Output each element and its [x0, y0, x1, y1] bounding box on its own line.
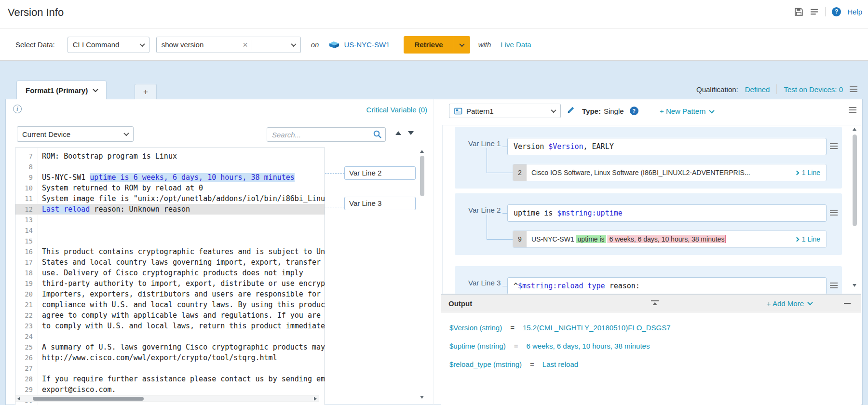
code-line[interactable]: 8: [15, 162, 325, 172]
expand-lines-link[interactable]: 1 Line: [795, 169, 826, 176]
menu-icon[interactable]: [830, 210, 838, 216]
output-var-name[interactable]: $Version (string): [449, 324, 502, 332]
code-line[interactable]: 22agree to comply with applicable laws a…: [15, 310, 325, 321]
chevron-down-icon: [93, 87, 98, 92]
find-next-button[interactable]: [408, 131, 414, 135]
code-line[interactable]: 25A summary of U.S. laws governing Cisco…: [15, 342, 325, 352]
scrollbar-thumb[interactable]: [853, 135, 857, 226]
code-line[interactable]: 17States and local country laws governin…: [15, 257, 325, 268]
code-line[interactable]: 10System returned to ROM by reload at 0: [15, 183, 325, 193]
code-line-text: [38, 236, 325, 246]
menu-icon[interactable]: [849, 107, 856, 113]
scroll-down-arrow[interactable]: [420, 396, 424, 399]
list-icon[interactable]: [810, 7, 819, 16]
code-line[interactable]: 18use. Delivery of Cisco cryptographic p…: [15, 268, 325, 278]
code-line[interactable]: 15: [15, 236, 325, 246]
matched-line-row[interactable]: 9US-NYC-SW1 uptime is 6 weeks, 6 days, 1…: [513, 230, 827, 248]
data-type-select[interactable]: CLI Command: [68, 37, 149, 53]
live-data-link[interactable]: Live Data: [501, 40, 531, 49]
code-line[interactable]: 13: [15, 215, 325, 225]
code-line-text: Importers, exporters, distributors and u…: [38, 289, 325, 299]
line-number: 13: [15, 215, 38, 225]
chevron-down-icon: [123, 131, 129, 136]
menu-icon[interactable]: [850, 86, 857, 92]
menu-icon[interactable]: [830, 143, 838, 149]
scroll-up-arrow[interactable]: [853, 128, 856, 131]
code-line[interactable]: 26http://www.cisco.com/wwl/export/crypto…: [15, 352, 325, 363]
critical-variable-link[interactable]: Critical Variable (0): [366, 106, 427, 114]
collapse-up-icon[interactable]: [651, 300, 659, 305]
output-header: Output + Add More: [441, 295, 861, 312]
pattern-vertical-scrollbar[interactable]: [851, 127, 859, 291]
output-var-name[interactable]: $reload_type (mstring): [449, 360, 522, 368]
scroll-down-arrow[interactable]: [853, 284, 856, 287]
scroll-up-arrow[interactable]: [420, 150, 424, 153]
output-var-name[interactable]: $uptime (mstring): [449, 342, 506, 350]
find-previous-button[interactable]: [395, 131, 401, 135]
device-link[interactable]: US-NYC-SW1: [328, 40, 390, 49]
pattern-input[interactable]: ^$mstring:reload_type reason:: [507, 277, 827, 294]
add-more-link[interactable]: + Add More: [767, 299, 812, 308]
code-line-text: US-NYC-SW1 uptime is 6 weeks, 6 days, 10…: [38, 172, 325, 183]
info-icon[interactable]: [13, 105, 22, 113]
line-number: 15: [15, 236, 38, 246]
retrieve-dropdown-button[interactable]: [454, 36, 470, 54]
qualification-label: Qualification:: [696, 85, 738, 94]
expand-lines-link[interactable]: 1 Line: [795, 235, 826, 243]
code-line[interactable]: 28If you require further assistance plea…: [15, 374, 325, 384]
code-line-text: System image file is "unix:/opt/unetlab/…: [38, 193, 325, 204]
type-help-icon[interactable]: [630, 107, 638, 115]
add-format-tab[interactable]: +: [135, 84, 157, 99]
code-line[interactable]: 11System image file is "unix:/opt/unetla…: [15, 193, 325, 204]
code-line[interactable]: 16This product contains cryptographic fe…: [15, 246, 325, 257]
chevron-down-icon: [291, 41, 296, 46]
pattern-input[interactable]: uptime is $mstring:uptime: [507, 204, 827, 222]
scrollbar-thumb[interactable]: [33, 397, 144, 401]
code-line[interactable]: 12Last reload reason: Unknown reason: [15, 204, 325, 215]
code-line[interactable]: 23to comply with U.S. and local laws, re…: [15, 321, 325, 331]
qualification-defined-link[interactable]: Defined: [745, 85, 770, 94]
code-vertical-scrollbar[interactable]: [418, 148, 427, 405]
edit-pattern-icon[interactable]: [567, 106, 575, 116]
new-pattern-link[interactable]: + New Pattern: [660, 107, 714, 115]
code-line[interactable]: 20Importers, exporters, distributors and…: [15, 289, 325, 299]
code-line[interactable]: 19third-party authority to import, expor…: [15, 278, 325, 289]
code-line[interactable]: 21compliance with U.S. and local country…: [15, 299, 325, 310]
line-number: 8: [15, 162, 38, 172]
code-line[interactable]: 14: [15, 225, 325, 236]
help-icon[interactable]: [832, 7, 841, 16]
var-line-tag[interactable]: Var Line 2: [344, 166, 416, 180]
device-scope-select[interactable]: Current Device: [17, 126, 134, 142]
scroll-right-arrow[interactable]: [314, 397, 317, 401]
code-line[interactable]: 24: [15, 331, 325, 342]
test-on-devices-link[interactable]: Test on Devices: 0: [784, 85, 843, 94]
pattern-input[interactable]: Version $Version, EARLY: [507, 138, 827, 155]
search-input[interactable]: [272, 131, 373, 139]
clear-icon[interactable]: [240, 40, 251, 49]
save-icon[interactable]: [794, 7, 803, 16]
code-horizontal-scrollbar[interactable]: [15, 395, 319, 402]
device-output-viewer[interactable]: 67ROM: Bootstrap program is Linux89US-NY…: [15, 148, 325, 405]
scroll-left-arrow[interactable]: [17, 397, 20, 401]
code-line[interactable]: 27: [15, 363, 325, 374]
search-icon[interactable]: [373, 130, 382, 139]
tab-format1[interactable]: Format1 (Primary): [16, 81, 107, 99]
scrollbar-thumb[interactable]: [420, 156, 424, 196]
command-combo[interactable]: show version: [156, 37, 301, 53]
line-number: 7: [15, 151, 38, 162]
var-line-tag[interactable]: Var Line 3: [344, 197, 416, 210]
line-number: 27: [15, 363, 38, 374]
code-line[interactable]: 29export@cisco.com.: [15, 384, 325, 395]
code-line[interactable]: 9US-NYC-SW1 uptime is 6 weeks, 6 days, 1…: [15, 172, 325, 183]
help-link[interactable]: Help: [847, 8, 862, 16]
retrieve-button[interactable]: Retrieve: [404, 36, 453, 54]
menu-icon[interactable]: [830, 283, 838, 288]
var-blocks: Var Line 1Version $Version, EARLY2Cisco …: [442, 125, 861, 294]
code-line[interactable]: 6: [15, 148, 325, 151]
code-line[interactable]: 7ROM: Bootstrap program is Linux: [15, 151, 325, 162]
collapse-minus-icon[interactable]: [844, 303, 851, 304]
pattern-select[interactable]: Pattern1: [449, 104, 561, 118]
var-line-connector: [325, 207, 344, 207]
matched-line-row[interactable]: 2Cisco IOS Software, Linux Software (I86…: [513, 164, 827, 181]
code-line-text: This product contains cryptographic feat…: [38, 246, 325, 257]
